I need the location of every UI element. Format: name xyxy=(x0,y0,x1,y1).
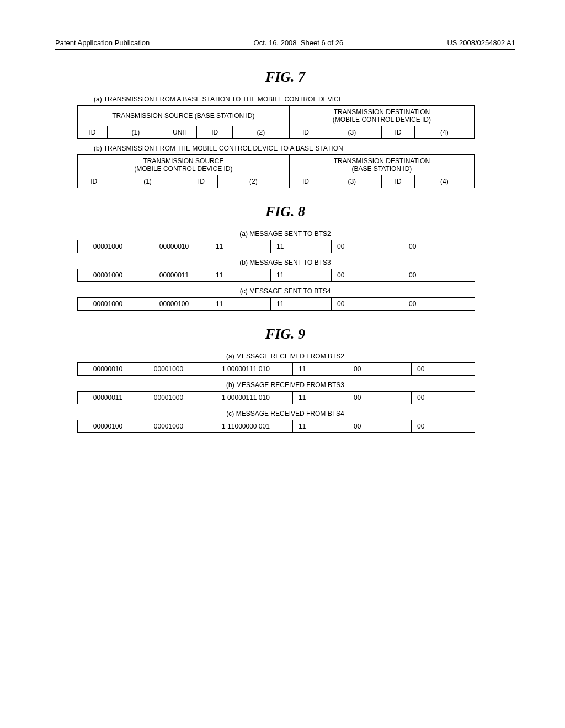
fig9b-caption: (b) MESSAGE RECEIVED FROM BTS3 xyxy=(55,381,515,389)
fig8b-table: 00001000 00000011 11 11 00 00 xyxy=(77,269,475,282)
fig7a-hdst: TRANSMISSION DESTINATION(MOBILE CONTROL … xyxy=(289,106,474,126)
fig7a-table: TRANSMISSION SOURCE (BASE STATION ID) TR… xyxy=(77,105,475,139)
fig7b-row: ID (1) ID (2) ID (3) ID (4) xyxy=(78,175,475,188)
fig8c-row: 00001000 00000100 11 11 00 00 xyxy=(78,298,475,311)
fig8a-caption: (a) MESSAGE SENT TO BTS2 xyxy=(55,230,515,238)
fig8b-row: 00001000 00000011 11 11 00 00 xyxy=(78,269,475,282)
fig7b-table: TRANSMISSION SOURCE(MOBILE CONTROL DEVIC… xyxy=(77,154,475,188)
fig9b-row: 00000011 00001000 1 00000111 010 11 00 0… xyxy=(78,392,475,404)
fig9a-caption: (a) MESSAGE RECEIVED FROM BTS2 xyxy=(55,352,515,360)
header-pubno: US 2008/0254802 A1 xyxy=(447,39,515,47)
fig8a-table: 00001000 00000010 11 11 00 00 xyxy=(77,240,475,253)
fig7b-hdst: TRANSMISSION DESTINATION(BASE STATION ID… xyxy=(289,155,474,175)
fig7b-caption: (b) TRANSMISSION FROM THE MOBILE CONTROL… xyxy=(94,144,515,152)
page-header: Patent Application Publication Oct. 16, … xyxy=(55,39,515,47)
fig7a-row: ID (1) UNIT ID (2) ID (3) ID (4) xyxy=(78,126,475,139)
fig9b-table: 00000011 00001000 1 00000111 010 11 00 0… xyxy=(77,391,475,404)
fig8b-caption: (b) MESSAGE SENT TO BTS3 xyxy=(55,259,515,266)
fig9c-caption: (c) MESSAGE RECEIVED FROM BTS4 xyxy=(55,410,515,417)
fig8c-caption: (c) MESSAGE SENT TO BTS4 xyxy=(55,287,515,295)
fig7a-caption: (a) TRANSMISSION FROM A BASE STATION TO … xyxy=(94,95,515,103)
fig7b-hsrc: TRANSMISSION SOURCE(MOBILE CONTROL DEVIC… xyxy=(78,155,290,175)
fig9-title: FIG. 9 xyxy=(55,326,515,342)
header-pub: Patent Application Publication xyxy=(55,39,150,47)
fig7-title: FIG. 7 xyxy=(55,69,515,85)
fig8a-row: 00001000 00000010 11 11 00 00 xyxy=(78,240,475,253)
header-date: Oct. 16, 2008 Sheet 6 of 26 xyxy=(254,39,344,47)
fig9a-row: 00000010 00001000 1 00000111 010 11 00 0… xyxy=(78,363,475,376)
fig9a-table: 00000010 00001000 1 00000111 010 11 00 0… xyxy=(77,362,475,376)
fig9c-row: 00000100 00001000 1 11000000 001 11 00 0… xyxy=(78,420,475,433)
fig8c-table: 00001000 00000100 11 11 00 00 xyxy=(77,297,475,311)
header-divider xyxy=(55,49,515,50)
fig7a-hsrc: TRANSMISSION SOURCE (BASE STATION ID) xyxy=(78,106,290,126)
fig8-title: FIG. 8 xyxy=(55,204,515,220)
fig9c-table: 00000100 00001000 1 11000000 001 11 00 0… xyxy=(77,420,475,433)
